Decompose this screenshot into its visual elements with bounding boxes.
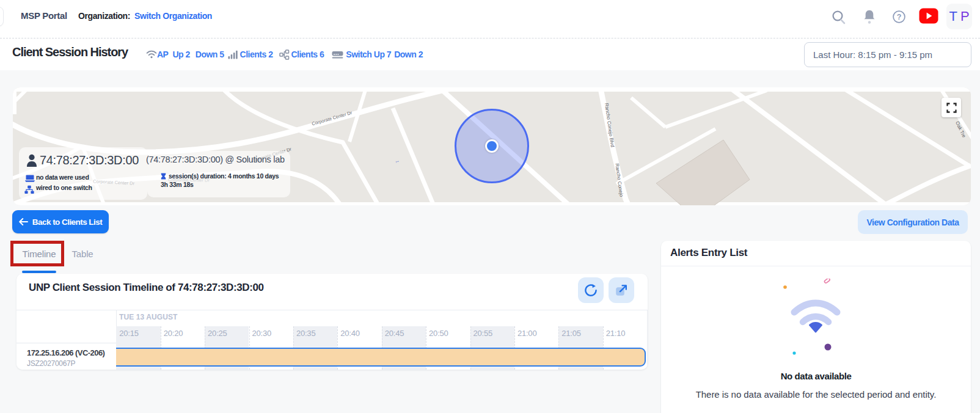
back-to-clients-label: Back to Clients List — [32, 217, 102, 227]
wireless-clients-count[interactable]: Clients 2 — [240, 49, 273, 59]
session-timeline-card: UNP Client Session Timeline of 74:78:27:… — [16, 274, 648, 370]
brand-title: MSP Portal — [21, 10, 67, 21]
avatar[interactable]: T P — [946, 4, 972, 29]
wired-clients-count[interactable]: Clients 6 — [291, 49, 324, 59]
timeline-grid-right-border — [647, 310, 648, 370]
status-summary: AP Up 2 Down 5 Clients 2 Clients 6 — [146, 38, 423, 70]
timeline-card-title: UNP Client Session Timeline of 74:78:27:… — [29, 282, 264, 294]
refresh-icon — [584, 283, 598, 297]
ap-up-count[interactable]: Up 2 — [172, 49, 189, 59]
wired-switch-icon — [24, 185, 34, 194]
fullscreen-icon — [946, 103, 957, 113]
timeline-tick-label: 20:35 — [296, 329, 316, 338]
switch-down-count[interactable]: Down 2 — [394, 49, 423, 59]
timeline-tick-label: 20:15 — [119, 329, 139, 338]
topbar: MSP Portal Organization: Switch Organiza… — [0, 0, 980, 38]
back-to-clients-button[interactable]: Back to Clients List — [12, 210, 109, 233]
page-title: Client Session History — [12, 45, 128, 59]
location-map[interactable]: Corporate Center Dr Corporate Center Dr … — [13, 87, 971, 205]
wired-info-text: wired to one switch — [36, 184, 92, 191]
organization-link[interactable]: Switch Organization — [134, 11, 212, 21]
ap-label[interactable]: AP — [157, 49, 168, 59]
help-icon[interactable]: ? — [893, 10, 905, 23]
timeline-tick-label: 20:30 — [252, 329, 272, 338]
ap-wifi-icon — [146, 49, 157, 59]
ap-down-count[interactable]: Down 5 — [196, 49, 224, 59]
annotation-highlight-box — [10, 241, 64, 266]
open-in-new-button[interactable] — [609, 277, 634, 303]
session-duration-line2: 3h 33m 18s — [161, 181, 194, 188]
timeline-grid: TUE 13 AUGUST 20:1520:2020:2520:3020:352… — [16, 310, 648, 370]
client-mac-address: 74:78:27:3D:3D:00 — [40, 153, 139, 167]
alerts-card-title: Alerts Entry List — [670, 247, 747, 259]
open-in-new-icon — [615, 283, 628, 297]
no-data-wifi-illustration — [780, 279, 854, 358]
avatar-initial-2: P — [960, 9, 970, 24]
client-session-history-page: MSP Portal Organization: Switch Organiza… — [0, 0, 980, 413]
view-configuration-button[interactable]: View Configuration Data — [858, 210, 968, 234]
wired-clients-icon — [279, 49, 290, 60]
youtube-icon[interactable] — [919, 8, 938, 24]
time-range-value: Last Hour: 8:15 pm - 9:15 pm — [813, 49, 932, 60]
switch-up-count[interactable]: Switch Up 7 — [346, 49, 391, 59]
session-bar[interactable] — [116, 348, 646, 367]
search-icon[interactable] — [832, 10, 846, 26]
no-data-title: No data available — [661, 371, 971, 381]
alerts-card-divider — [661, 266, 971, 266]
svg-text:?: ? — [897, 13, 902, 21]
notifications-bell-icon[interactable] — [863, 9, 876, 25]
tab-table[interactable]: Table — [70, 249, 95, 259]
time-range-selector[interactable]: Last Hour: 8:15 pm - 9:15 pm — [804, 42, 971, 67]
signal-bars-icon — [228, 50, 238, 59]
timeline-tick-label: 20:40 — [340, 329, 360, 338]
timeline-row-label: 172.25.16.206 (VC-206) JSZ20270067P — [16, 343, 116, 370]
timeline-tick-label: 20:50 — [429, 329, 448, 338]
road-label: 1 — [395, 160, 400, 163]
timeline-tick-label: 21:00 — [517, 329, 537, 338]
alerts-entry-list-card: Alerts Entry List No data available Ther… — [661, 241, 971, 413]
location-marker[interactable] — [485, 139, 499, 153]
switch-icon — [332, 50, 343, 59]
active-tab-underline — [22, 271, 56, 273]
session-duration-line1: session(s) duration: 4 months 10 days — [169, 172, 279, 180]
avatar-initial-1: T — [949, 9, 957, 24]
no-data-message: There is no data available for the selec… — [661, 389, 971, 400]
data-usage-icon — [25, 174, 35, 183]
timeline-date-header: TUE 13 AUGUST — [119, 313, 178, 321]
sidebar-toggle-stub[interactable] — [0, 7, 4, 26]
map-fullscreen-button[interactable] — [942, 98, 961, 117]
timeline-tick-label: 20:20 — [164, 329, 183, 338]
timeline-tick-label: 20:45 — [385, 329, 404, 338]
client-person-icon — [26, 154, 37, 167]
back-arrow-icon — [19, 218, 28, 225]
device-serial: JSZ20270067P — [27, 359, 75, 368]
view-configuration-label: View Configuration Data — [866, 217, 959, 227]
session-duration-icon — [161, 173, 166, 180]
timeline-tick-label: 20:25 — [208, 329, 227, 338]
timeline-tick-label: 21:10 — [606, 329, 626, 338]
timeline-tick-label: 20:55 — [474, 329, 493, 338]
organization-label: Organization: — [78, 11, 130, 21]
refresh-button[interactable] — [578, 277, 604, 303]
timeline-tick-label: 21:05 — [561, 329, 581, 338]
data-usage-text: no data were used — [36, 174, 89, 181]
device-name: 172.25.16.206 (VC-206) — [27, 348, 104, 357]
client-location-line: (74:78:27:3D:3D:00) @ Solutions lab — [146, 155, 285, 164]
